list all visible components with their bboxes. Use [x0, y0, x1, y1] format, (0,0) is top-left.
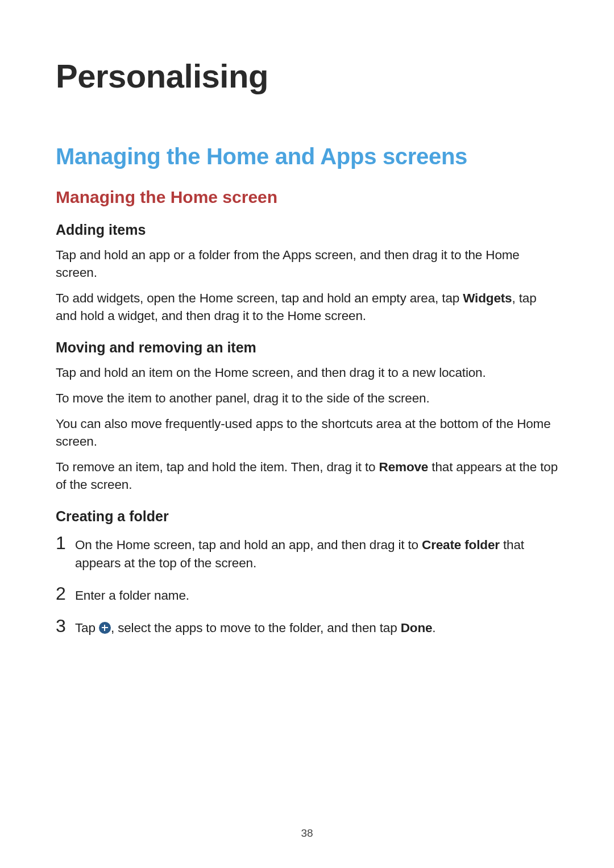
- bold-text: Create folder: [422, 538, 500, 552]
- heading-creating-folder: Creating a folder: [56, 508, 558, 525]
- list-item: 3 Tap , select the apps to move to the f…: [56, 618, 558, 637]
- bold-text: Done: [401, 621, 433, 635]
- section-heading-h2: Managing the Home and Apps screens: [56, 144, 558, 169]
- add-circle-icon: [99, 622, 111, 634]
- page-number: 38: [0, 827, 614, 840]
- text-run: To remove an item, tap and hold the item…: [56, 460, 379, 474]
- paragraph: To remove an item, tap and hold the item…: [56, 458, 558, 493]
- paragraph: Tap and hold an item on the Home screen,…: [56, 364, 558, 381]
- heading-moving-removing: Moving and removing an item: [56, 339, 558, 356]
- heading-adding-items: Adding items: [56, 222, 558, 238]
- text-run: , select the apps to move to the folder,…: [111, 621, 401, 635]
- page-title-h1: Personalising: [56, 57, 558, 95]
- list-item: 1 On the Home screen, tap and hold an ap…: [56, 535, 558, 571]
- text-run: On the Home screen, tap and hold an app,…: [75, 538, 422, 552]
- text-run: To add widgets, open the Home screen, ta…: [56, 291, 463, 305]
- manual-page: Personalising Managing the Home and Apps…: [0, 0, 614, 637]
- paragraph: Tap and hold an app or a folder from the…: [56, 246, 558, 281]
- bold-text: Widgets: [463, 291, 512, 305]
- step-text: Tap , select the apps to move to the fol…: [75, 618, 558, 637]
- step-number: 2: [56, 584, 75, 603]
- step-number: 1: [56, 534, 75, 552]
- ordered-steps: 1 On the Home screen, tap and hold an ap…: [56, 535, 558, 636]
- list-item: 2 Enter a folder name.: [56, 585, 558, 604]
- paragraph: To move the item to another panel, drag …: [56, 389, 558, 407]
- paragraph: You can also move frequently-used apps t…: [56, 415, 558, 450]
- step-number: 3: [56, 617, 75, 635]
- subsection-heading-h3: Managing the Home screen: [56, 188, 558, 207]
- text-run: .: [432, 621, 435, 635]
- step-text: Enter a folder name.: [75, 585, 558, 604]
- step-text: On the Home screen, tap and hold an app,…: [75, 535, 558, 571]
- bold-text: Remove: [379, 460, 429, 474]
- text-run: Tap: [75, 621, 99, 635]
- paragraph: To add widgets, open the Home screen, ta…: [56, 289, 558, 325]
